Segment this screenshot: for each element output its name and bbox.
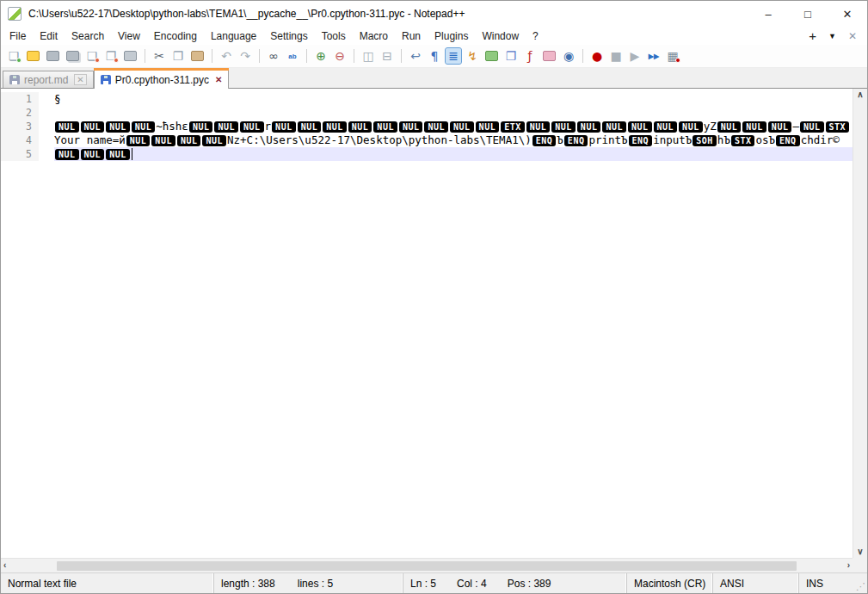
menu-help[interactable]: ? [526, 28, 545, 44]
toolbar-separator [259, 49, 260, 63]
control-char-nul: NUL [679, 121, 703, 133]
menu-window[interactable]: Window [475, 28, 526, 44]
close-tab-x-icon[interactable]: ✕ [848, 30, 857, 42]
replace-icon[interactable]: ab [285, 48, 300, 64]
status-eol-format[interactable]: Macintosh (CR) [627, 573, 713, 593]
folder-as-workspace-icon[interactable] [543, 51, 556, 61]
line-content[interactable]: Your name=йNULNULNULNULNz+C:\Users\u522-… [54, 133, 853, 147]
editor-line: 4Your name=йNULNULNULNULNz+C:\Users\u522… [1, 133, 853, 147]
tab-close-icon[interactable]: ✕ [74, 74, 86, 85]
close-file-icon[interactable]: ❏ [84, 48, 100, 64]
control-char-enq: ENQ [564, 135, 588, 146]
line-content[interactable]: NULNULNULNUL~ħshεNULNULNULrNULNULNULNULN… [54, 120, 853, 133]
zoom-out-icon[interactable]: ⊖ [332, 48, 348, 64]
new-file-icon[interactable]: ❏ [6, 48, 22, 64]
fold-margin [39, 147, 54, 161]
scroll-right-arrow-icon[interactable]: › [847, 561, 850, 570]
tab-bar: report.md✕Pr0.cpython-311.pyc✕ [1, 68, 867, 89]
resize-grip-icon[interactable]: ⋰ [856, 581, 865, 592]
menu-run[interactable]: Run [395, 28, 428, 44]
control-char-nul: NUL [526, 121, 551, 133]
vertical-scrollbar[interactable]: ∧ ∨ [853, 89, 867, 558]
sync-horizontal-icon[interactable]: ⊟ [379, 48, 395, 64]
horizontal-scrollbar[interactable]: ‹ › [1, 558, 853, 572]
document-map-icon[interactable] [485, 51, 498, 61]
find-icon[interactable]: ∞ [266, 48, 281, 64]
horizontal-scroll-thumb[interactable] [57, 561, 797, 571]
redo-icon[interactable]: ↷ [237, 48, 253, 64]
save-macro-icon[interactable]: ▦ [665, 48, 680, 64]
editor-line: 3NULNULNULNUL~ħshεNULNULNULrNULNULNULNUL… [1, 120, 853, 133]
menu-settings[interactable]: Settings [263, 28, 314, 44]
menu-encoding[interactable]: Encoding [147, 28, 204, 44]
stop-macro-icon[interactable]: ■ [608, 48, 624, 64]
document-list-icon[interactable]: ❐ [503, 48, 519, 64]
record-macro-icon[interactable]: ● [589, 48, 605, 64]
control-char-nul: NUL [177, 135, 201, 146]
monitoring-eye-icon[interactable]: ◉ [561, 48, 576, 64]
close-file-icon-badge [95, 58, 100, 63]
function-list-icon[interactable]: ƒ [522, 48, 538, 64]
menu-file[interactable]: File [3, 28, 33, 44]
tab-label: Pr0.cpython-311.pyc [115, 74, 209, 86]
minimize-button[interactable]: – [748, 1, 788, 27]
new-file-icon-badge [16, 58, 22, 63]
show-all-characters-icon[interactable]: ¶ [427, 48, 442, 64]
new-tab-plus-icon[interactable]: + [809, 28, 816, 43]
scroll-up-arrow-icon[interactable]: ∧ [857, 90, 863, 99]
line-content[interactable]: § [54, 92, 853, 106]
line-number: 3 [1, 120, 39, 133]
paste-icon[interactable] [191, 51, 204, 61]
menu-view[interactable]: View [111, 28, 147, 44]
text-editing-surface[interactable]: 1§23NULNULNULNUL~ħshεNULNULNULrNULNULNUL… [1, 89, 853, 558]
text-token: r [265, 120, 272, 133]
control-char-nul: NUL [81, 121, 105, 133]
control-char-enq: ENQ [629, 135, 653, 146]
sync-vertical-icon[interactable]: ◫ [360, 48, 376, 64]
open-folder-icon[interactable] [27, 51, 40, 61]
menu-macro[interactable]: Macro [353, 28, 395, 44]
control-char-nul: NUL [654, 121, 678, 133]
toolbar-separator [401, 49, 402, 63]
scroll-left-arrow-icon[interactable]: ‹ [3, 561, 6, 570]
undo-icon[interactable]: ↶ [219, 48, 234, 64]
save-icon[interactable] [46, 51, 59, 61]
play-macro-icon[interactable]: ▶ [627, 48, 643, 64]
status-encoding[interactable]: ANSI [713, 573, 799, 593]
scrollbar-corner [853, 558, 867, 572]
length-label: length : 388 [221, 578, 275, 590]
cut-icon[interactable]: ✂ [151, 48, 167, 64]
menu-edit[interactable]: Edit [33, 28, 65, 44]
tab-report-md[interactable]: report.md✕ [3, 71, 94, 88]
line-content[interactable]: NULNULNUL [54, 147, 853, 161]
tab-pr0-cpython-311-pyc[interactable]: Pr0.cpython-311.pyc✕ [94, 68, 230, 89]
menu-language[interactable]: Language [204, 28, 263, 44]
menu-plugins[interactable]: Plugins [428, 28, 475, 44]
tab-list-dropdown-icon[interactable]: ▼ [828, 32, 836, 40]
control-char-stx: STX [731, 135, 755, 146]
text-token: osЪ [755, 133, 775, 147]
editor-area: 1§23NULNULNULNUL~ħshεNULNULNULrNULNULNUL… [1, 89, 867, 572]
run-macro-multiple-icon[interactable]: ▶▶ [646, 48, 662, 64]
scroll-down-arrow-icon[interactable]: ∨ [857, 548, 863, 556]
line-content[interactable] [54, 106, 853, 120]
tab-close-icon[interactable]: ✕ [215, 75, 222, 84]
text-caret [132, 148, 132, 160]
control-char-nul: NUL [55, 149, 79, 160]
line-number: 4 [1, 133, 39, 147]
save-macro-icon-badge [675, 58, 680, 63]
save-all-icon[interactable] [66, 51, 79, 61]
print-icon[interactable] [124, 51, 137, 61]
menu-search[interactable]: Search [65, 28, 111, 44]
indent-guide-icon[interactable]: ≣ [446, 48, 461, 64]
close-all-icon[interactable]: ❐ [103, 48, 119, 64]
copy-icon[interactable]: ❐ [170, 48, 186, 64]
word-wrap-icon[interactable]: ↩ [408, 48, 423, 64]
window-lightning-icon[interactable]: ↯ [465, 48, 480, 64]
control-char-nul: NUL [298, 121, 322, 133]
maximize-button[interactable]: □ [788, 1, 828, 27]
control-char-nul: NUL [717, 121, 742, 133]
close-button[interactable]: ✕ [828, 1, 867, 27]
zoom-in-icon[interactable]: ⊕ [313, 48, 329, 64]
menu-tools[interactable]: Tools [315, 28, 353, 44]
